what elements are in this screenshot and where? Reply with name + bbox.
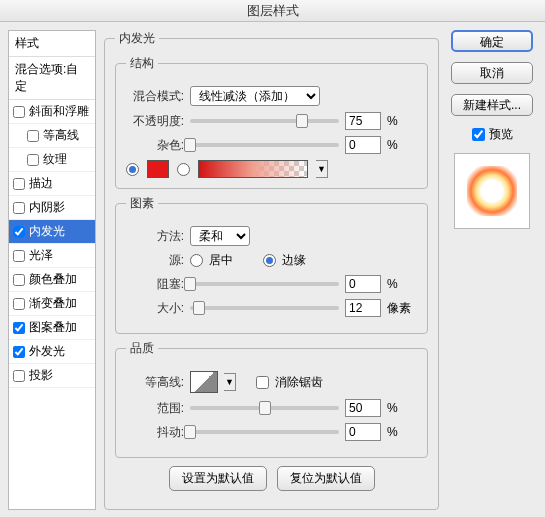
sidebar-item-stroke[interactable]: 描边 bbox=[9, 172, 95, 196]
checkbox-color-overlay[interactable] bbox=[13, 274, 25, 286]
antialias-label: 消除锯齿 bbox=[275, 374, 323, 391]
checkbox-outer-glow[interactable] bbox=[13, 346, 25, 358]
opacity-label: 不透明度: bbox=[126, 113, 184, 130]
checkbox-inner-glow[interactable] bbox=[13, 226, 25, 238]
ok-button[interactable]: 确定 bbox=[451, 30, 533, 52]
gradient-dropdown-icon[interactable]: ▼ bbox=[316, 160, 328, 178]
structure-legend: 结构 bbox=[126, 55, 158, 72]
panel-title: 内发光 bbox=[115, 30, 159, 47]
preview-checkbox[interactable] bbox=[472, 128, 485, 141]
make-default-button[interactable]: 设置为默认值 bbox=[169, 466, 267, 491]
gradient-swatch[interactable] bbox=[198, 160, 308, 178]
checkbox-bevel[interactable] bbox=[13, 106, 25, 118]
range-unit: % bbox=[387, 401, 417, 415]
preview-label: 预览 bbox=[489, 126, 513, 143]
checkbox-gradient-overlay[interactable] bbox=[13, 298, 25, 310]
opacity-input[interactable]: 75 bbox=[345, 112, 381, 130]
elements-group: 图素 方法: 柔和 源: 居中 边缘 阻塞: bbox=[115, 195, 428, 334]
source-edge-radio[interactable] bbox=[263, 254, 276, 267]
source-center-radio[interactable] bbox=[190, 254, 203, 267]
sidebar-item-drop-shadow[interactable]: 投影 bbox=[9, 364, 95, 388]
sidebar-styles-header[interactable]: 样式 bbox=[9, 31, 95, 57]
checkbox-satin[interactable] bbox=[13, 250, 25, 262]
cancel-button[interactable]: 取消 bbox=[451, 62, 533, 84]
source-label: 源: bbox=[126, 252, 184, 269]
styles-sidebar: 样式 混合选项:自定 斜面和浮雕 等高线 纹理 描边 内阴影 内发光 光泽 颜色… bbox=[8, 30, 96, 510]
sidebar-item-inner-shadow[interactable]: 内阴影 bbox=[9, 196, 95, 220]
contour-dropdown-icon[interactable]: ▼ bbox=[224, 373, 236, 391]
choke-unit: % bbox=[387, 277, 417, 291]
size-slider[interactable] bbox=[190, 306, 339, 310]
opacity-unit: % bbox=[387, 114, 417, 128]
opacity-slider[interactable] bbox=[190, 119, 339, 123]
range-input[interactable]: 50 bbox=[345, 399, 381, 417]
sidebar-item-bevel[interactable]: 斜面和浮雕 bbox=[9, 100, 95, 124]
source-edge-label: 边缘 bbox=[282, 252, 306, 269]
choke-slider[interactable] bbox=[190, 282, 339, 286]
preview-glow-icon bbox=[467, 166, 517, 216]
method-label: 方法: bbox=[126, 228, 184, 245]
checkbox-contour[interactable] bbox=[27, 130, 39, 142]
range-slider[interactable] bbox=[190, 406, 339, 410]
checkbox-drop-shadow[interactable] bbox=[13, 370, 25, 382]
checkbox-inner-shadow[interactable] bbox=[13, 202, 25, 214]
blend-mode-label: 混合模式: bbox=[126, 88, 184, 105]
reset-default-button[interactable]: 复位为默认值 bbox=[277, 466, 375, 491]
elements-legend: 图素 bbox=[126, 195, 158, 212]
checkbox-stroke[interactable] bbox=[13, 178, 25, 190]
method-select[interactable]: 柔和 bbox=[190, 226, 250, 246]
jitter-input[interactable]: 0 bbox=[345, 423, 381, 441]
sidebar-item-outer-glow[interactable]: 外发光 bbox=[9, 340, 95, 364]
noise-slider[interactable] bbox=[190, 143, 339, 147]
sidebar-item-color-overlay[interactable]: 颜色叠加 bbox=[9, 268, 95, 292]
structure-group: 结构 混合模式: 线性减淡（添加） 不透明度: 75 % 杂色: 0 bbox=[115, 55, 428, 189]
size-label: 大小: bbox=[126, 300, 184, 317]
contour-swatch[interactable] bbox=[190, 371, 218, 393]
gradient-radio[interactable] bbox=[177, 163, 190, 176]
jitter-unit: % bbox=[387, 425, 417, 439]
contour-label: 等高线: bbox=[126, 374, 184, 391]
quality-group: 品质 等高线: ▼ 消除锯齿 范围: 50 % bbox=[115, 340, 428, 458]
jitter-slider[interactable] bbox=[190, 430, 339, 434]
color-radio[interactable] bbox=[126, 163, 139, 176]
size-input[interactable]: 12 bbox=[345, 299, 381, 317]
preview-thumbnail bbox=[454, 153, 530, 229]
new-style-button[interactable]: 新建样式... bbox=[451, 94, 533, 116]
quality-legend: 品质 bbox=[126, 340, 158, 357]
range-label: 范围: bbox=[126, 400, 184, 417]
checkbox-texture[interactable] bbox=[27, 154, 39, 166]
size-unit: 像素 bbox=[387, 300, 417, 317]
color-swatch[interactable] bbox=[147, 160, 169, 178]
sidebar-item-contour[interactable]: 等高线 bbox=[9, 124, 95, 148]
sidebar-item-inner-glow[interactable]: 内发光 bbox=[9, 220, 95, 244]
dialog-title: 图层样式 bbox=[0, 0, 545, 22]
noise-label: 杂色: bbox=[126, 137, 184, 154]
inner-glow-panel: 内发光 结构 混合模式: 线性减淡（添加） 不透明度: 75 % 杂色: bbox=[104, 30, 439, 510]
sidebar-item-pattern-overlay[interactable]: 图案叠加 bbox=[9, 316, 95, 340]
antialias-checkbox[interactable] bbox=[256, 376, 269, 389]
sidebar-item-gradient-overlay[interactable]: 渐变叠加 bbox=[9, 292, 95, 316]
noise-unit: % bbox=[387, 138, 417, 152]
sidebar-blend-options[interactable]: 混合选项:自定 bbox=[9, 57, 95, 100]
checkbox-pattern-overlay[interactable] bbox=[13, 322, 25, 334]
blend-mode-select[interactable]: 线性减淡（添加） bbox=[190, 86, 320, 106]
sidebar-item-satin[interactable]: 光泽 bbox=[9, 244, 95, 268]
source-center-label: 居中 bbox=[209, 252, 233, 269]
jitter-label: 抖动: bbox=[126, 424, 184, 441]
choke-input[interactable]: 0 bbox=[345, 275, 381, 293]
sidebar-item-texture[interactable]: 纹理 bbox=[9, 148, 95, 172]
noise-input[interactable]: 0 bbox=[345, 136, 381, 154]
choke-label: 阻塞: bbox=[126, 276, 184, 293]
